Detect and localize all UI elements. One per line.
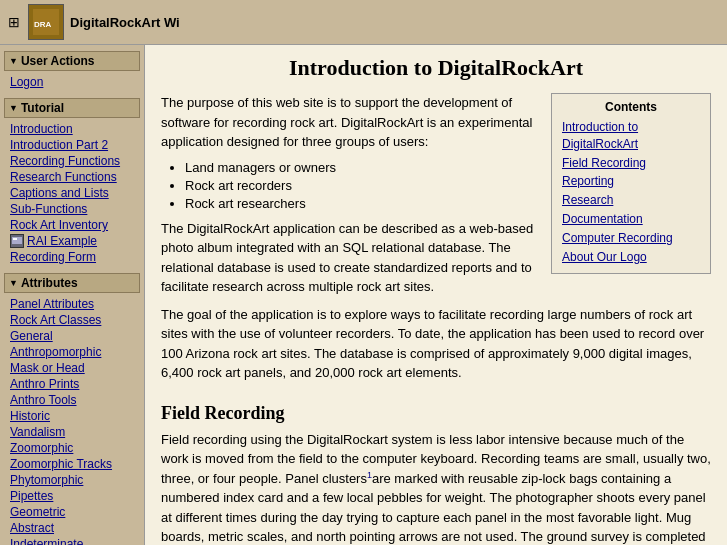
contents-box-title: Contents bbox=[562, 100, 700, 114]
sidebar-item-introduction-part-2[interactable]: Introduction Part 2 bbox=[4, 137, 140, 153]
contents-link-about-logo[interactable]: About Our Logo bbox=[562, 249, 700, 266]
svg-text:DRA: DRA bbox=[34, 20, 52, 29]
intro-paragraph-3: The goal of the application is to explor… bbox=[161, 305, 711, 383]
sidebar-item-historic[interactable]: Historic bbox=[4, 408, 140, 424]
site-logo: DRA bbox=[28, 4, 64, 40]
sidebar-item-zoomorphic[interactable]: Zoomorphic bbox=[4, 440, 140, 456]
sidebar-item-indeterminate[interactable]: Indeterminate bbox=[4, 536, 140, 545]
svg-rect-5 bbox=[13, 238, 17, 240]
sidebar-link-rai-example[interactable]: RAI Example bbox=[27, 234, 97, 248]
contents-link-field-recording[interactable]: Field Recording bbox=[562, 155, 700, 172]
sidebar-item-phytomorphic[interactable]: Phytomorphic bbox=[4, 472, 140, 488]
sidebar-header-attributes: ▼ Attributes bbox=[4, 273, 140, 293]
expand-icon[interactable]: ⊞ bbox=[8, 14, 20, 30]
sidebar-header-label: Attributes bbox=[21, 276, 78, 290]
sidebar-item-recording-functions[interactable]: Recording Functions bbox=[4, 153, 140, 169]
field-recording-heading: Field Recording bbox=[161, 403, 711, 424]
intro-section: Contents Introduction to DigitalRockArt … bbox=[161, 93, 711, 391]
sidebar-item-anthro-tools[interactable]: Anthro Tools bbox=[4, 392, 140, 408]
sidebar-item-rai-example[interactable]: RAI Example bbox=[4, 233, 140, 249]
sidebar-section-attributes: ▼ Attributes Panel Attributes Rock Art C… bbox=[4, 273, 140, 545]
sidebar-header-label: User Actions bbox=[21, 54, 95, 68]
sidebar-item-research-functions[interactable]: Research Functions bbox=[4, 169, 140, 185]
contents-link-research[interactable]: Research bbox=[562, 192, 700, 209]
sidebar-item-panel-attributes[interactable]: Panel Attributes bbox=[4, 296, 140, 312]
sidebar-item-rock-art-inventory[interactable]: Rock Art Inventory bbox=[4, 217, 140, 233]
sidebar-header-user-actions: ▼ User Actions bbox=[4, 51, 140, 71]
sidebar-item-anthropomorphic[interactable]: Anthropomorphic bbox=[4, 344, 140, 360]
site-title[interactable]: DigitalRockArt Wi bbox=[70, 15, 180, 30]
main-content: Introduction to DigitalRockArt Contents … bbox=[145, 45, 727, 545]
contents-link-documentation[interactable]: Documentation bbox=[562, 211, 700, 228]
sidebar-item-sub-functions[interactable]: Sub-Functions bbox=[4, 201, 140, 217]
sidebar: ▼ User Actions Logon ▼ Tutorial Introduc… bbox=[0, 45, 145, 545]
top-bar: ⊞ DRA DigitalRockArt Wi bbox=[0, 0, 727, 45]
sidebar-header-tutorial: ▼ Tutorial bbox=[4, 98, 140, 118]
sidebar-item-logon[interactable]: Logon bbox=[4, 74, 140, 90]
page-title: Introduction to DigitalRockArt bbox=[161, 55, 711, 81]
sidebar-header-label: Tutorial bbox=[21, 101, 64, 115]
triangle-icon: ▼ bbox=[9, 278, 18, 288]
contents-link-computer-recording[interactable]: Computer Recording bbox=[562, 230, 700, 247]
sidebar-item-mask-or-head[interactable]: Mask or Head bbox=[4, 360, 140, 376]
sidebar-item-pipettes[interactable]: Pipettes bbox=[4, 488, 140, 504]
sidebar-item-vandalism[interactable]: Vandalism bbox=[4, 424, 140, 440]
layout: ▼ User Actions Logon ▼ Tutorial Introduc… bbox=[0, 45, 727, 545]
sidebar-item-anthro-prints[interactable]: Anthro Prints bbox=[4, 376, 140, 392]
contents-link-intro[interactable]: Introduction to DigitalRockArt bbox=[562, 119, 700, 153]
triangle-icon: ▼ bbox=[9, 56, 18, 66]
triangle-icon: ▼ bbox=[9, 103, 18, 113]
logo-area: DRA DigitalRockArt Wi bbox=[28, 4, 180, 40]
sidebar-section-user-actions: ▼ User Actions Logon bbox=[4, 51, 140, 90]
field-paragraph: Field recording using the DigitalRockart… bbox=[161, 430, 711, 546]
sidebar-item-general[interactable]: General bbox=[4, 328, 140, 344]
contents-box: Contents Introduction to DigitalRockArt … bbox=[551, 93, 711, 274]
sidebar-item-geometric[interactable]: Geometric bbox=[4, 504, 140, 520]
sidebar-item-abstract[interactable]: Abstract bbox=[4, 520, 140, 536]
sidebar-item-zoomorphic-tracks[interactable]: Zoomorphic Tracks bbox=[4, 456, 140, 472]
sidebar-section-tutorial: ▼ Tutorial Introduction Introduction Par… bbox=[4, 98, 140, 265]
sidebar-item-recording-form[interactable]: Recording Form bbox=[4, 249, 140, 265]
contents-link-reporting[interactable]: Reporting bbox=[562, 173, 700, 190]
sidebar-item-rock-art-classes[interactable]: Rock Art Classes bbox=[4, 312, 140, 328]
sidebar-item-introduction[interactable]: Introduction bbox=[4, 121, 140, 137]
sidebar-item-captions-and-lists[interactable]: Captions and Lists bbox=[4, 185, 140, 201]
rai-example-icon bbox=[10, 234, 24, 248]
